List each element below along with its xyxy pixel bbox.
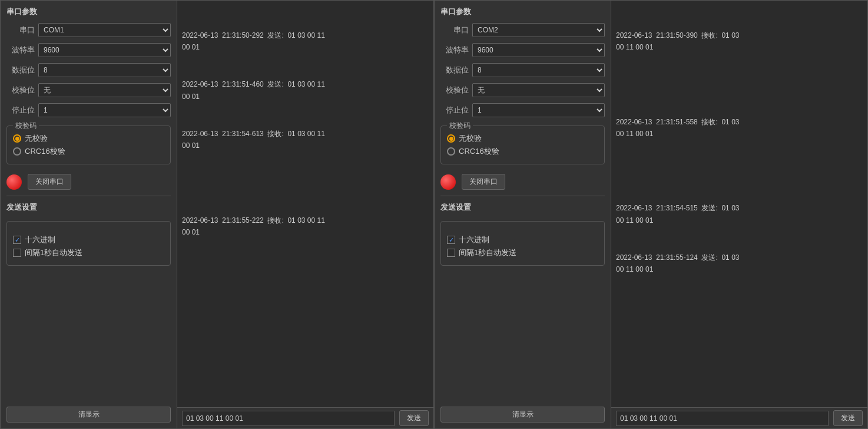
baud-select-1[interactable]: 96001920038400115200	[38, 43, 171, 57]
port-row-1: 串口 COM1COM2COM3COM4	[6, 23, 171, 37]
hex-checkbox-1[interactable]: ✓	[13, 236, 21, 244]
stopbits-label-2: 停止位	[440, 105, 469, 116]
right-col-1: 2022-06-13 21:31:50-292 发送: 01 03 00 11 …	[177, 1, 433, 428]
port-select-1[interactable]: COM1COM2COM3COM4	[38, 23, 171, 37]
auto-checkbox-2[interactable]	[447, 249, 455, 257]
clear-btn-1[interactable]: 清显示	[6, 407, 171, 423]
databits-label-2: 数据位	[440, 65, 469, 75]
radio-dot-1b	[13, 147, 21, 156]
left-col-2: 串口参数 串口 COM1COM2COM3COM4 波特率 96001920038…	[435, 1, 611, 428]
hex-label-1: 十六进制	[25, 235, 55, 245]
radio-label-2a: 无校验	[459, 133, 482, 144]
left-col-1: 串口参数 串口 COM1COM2COM3COM4 波特率 96001920038…	[1, 1, 177, 428]
log-entry-2-2: 2022-06-13 21:31:51-558 接收: 01 03 00 11 …	[616, 116, 863, 140]
log-entry-1-4: 2022-06-13 21:31:55-222 接收: 01 03 00 11 …	[182, 214, 429, 239]
send-group-2: ✓ 十六进制 间隔1秒自动发送	[440, 221, 605, 266]
panel-1: 串口参数 串口 COM1COM2COM3COM4 波特率 96001920038…	[0, 0, 434, 429]
send-settings-title-1: 发送设置	[6, 202, 171, 213]
serial-params-title-2: 串口参数	[440, 6, 605, 17]
databits-label-1: 数据位	[6, 65, 35, 75]
parity-label-1: 校验位	[6, 85, 35, 95]
databits-select-2[interactable]: 8765	[472, 63, 605, 77]
baud-label-1: 波特率	[6, 45, 35, 55]
auto-label-2: 间隔1秒自动发送	[459, 248, 516, 258]
stopbits-label-1: 停止位	[6, 105, 35, 116]
parity-select-2[interactable]: 无奇偶	[472, 83, 605, 97]
serial-params-title-1: 串口参数	[6, 6, 171, 17]
baud-row-2: 波特率 96001920038400115200	[440, 43, 605, 57]
port-row-2: 串口 COM1COM2COM3COM4	[440, 23, 605, 37]
radio-dot-1a	[13, 134, 21, 143]
send-group-1: ✓ 十六进制 间隔1秒自动发送	[6, 221, 171, 266]
hex-checkbox-2[interactable]: ✓	[447, 236, 455, 244]
close-port-btn-1[interactable]: 关闭串口	[28, 174, 71, 190]
stopbits-select-2[interactable]: 12	[472, 103, 605, 117]
databits-select-1[interactable]: 8765	[38, 63, 171, 77]
log-entry-1-1: 2022-06-13 21:31:51-460 发送: 01 03 00 11 …	[182, 78, 429, 103]
status-indicator-1[interactable]	[6, 174, 22, 190]
close-port-btn-2[interactable]: 关闭串口	[462, 174, 505, 190]
send-input-1[interactable]	[182, 411, 395, 426]
baud-select-2[interactable]: 96001920038400115200	[472, 43, 605, 57]
databits-row-1: 数据位 8765	[6, 63, 171, 77]
port-select-2[interactable]: COM1COM2COM3COM4	[472, 23, 605, 37]
radio-label-1a: 无校验	[25, 133, 48, 144]
log-entry-1-3	[182, 177, 429, 189]
log-entry-2-1	[616, 78, 863, 90]
hex-check-row-1[interactable]: ✓ 十六进制	[13, 235, 164, 245]
stopbits-row-2: 停止位 12	[440, 103, 605, 117]
databits-row-2: 数据位 8765	[440, 63, 605, 77]
clear-btn-2[interactable]: 清显示	[440, 407, 605, 423]
radio-crc-1[interactable]: CRC16校验	[13, 146, 164, 157]
send-input-2[interactable]	[616, 411, 829, 426]
radio-label-1b: CRC16校验	[25, 146, 65, 157]
radio-dot-2a	[447, 134, 455, 143]
send-btn-1[interactable]: 发送	[399, 410, 429, 426]
parity-label-2: 校验位	[440, 85, 469, 95]
log-area-1[interactable]: 2022-06-13 21:31:50-292 发送: 01 03 00 11 …	[177, 1, 433, 407]
serial-control-1: 关闭串口	[6, 174, 171, 190]
port-label-2: 串口	[440, 25, 469, 35]
log-entry-1-2: 2022-06-13 21:31:54-613 接收: 01 03 00 11 …	[182, 128, 429, 152]
parity-select-1[interactable]: 无奇偶	[38, 83, 171, 97]
log-area-2[interactable]: 2022-06-13 21:31:50-390 接收: 01 03 00 11 …	[611, 1, 867, 407]
auto-checkbox-1[interactable]	[13, 249, 21, 257]
panel-2: 串口参数 串口 COM1COM2COM3COM4 波特率 96001920038…	[434, 0, 868, 429]
auto-check-row-1[interactable]: 间隔1秒自动发送	[13, 248, 164, 258]
parity-row-2: 校验位 无奇偶	[440, 83, 605, 97]
right-col-2: 2022-06-13 21:31:50-390 接收: 01 03 00 11 …	[611, 1, 867, 428]
log-entry-2-0: 2022-06-13 21:31:50-390 接收: 01 03 00 11 …	[616, 29, 863, 54]
send-settings-title-2: 发送设置	[440, 202, 605, 213]
radio-no-check-2[interactable]: 无校验	[447, 133, 598, 144]
checkcode-group-1: 校验码 无校验 CRC16校验	[6, 126, 171, 164]
send-bar-1: 发送	[177, 407, 433, 428]
auto-label-1: 间隔1秒自动发送	[25, 248, 82, 258]
log-entry-1-0: 2022-06-13 21:31:50-292 发送: 01 03 00 11 …	[182, 29, 429, 54]
auto-check-row-2[interactable]: 间隔1秒自动发送	[447, 248, 598, 258]
log-entry-2-4: 2022-06-13 21:31:54-515 发送: 01 03 00 11 …	[616, 202, 863, 226]
stopbits-row-1: 停止位 12	[6, 103, 171, 117]
stopbits-select-1[interactable]: 12	[38, 103, 171, 117]
parity-row-1: 校验位 无奇偶	[6, 83, 171, 97]
baud-row-1: 波特率 96001920038400115200	[6, 43, 171, 57]
port-label-1: 串口	[6, 25, 35, 35]
radio-label-2b: CRC16校验	[459, 146, 499, 157]
serial-control-2: 关闭串口	[440, 174, 605, 190]
radio-crc-2[interactable]: CRC16校验	[447, 146, 598, 157]
checkcode-title-1: 校验码	[13, 121, 39, 131]
send-btn-2[interactable]: 发送	[833, 410, 863, 426]
hex-check-row-2[interactable]: ✓ 十六进制	[447, 235, 598, 245]
baud-label-2: 波特率	[440, 45, 469, 55]
log-entry-2-5: 2022-06-13 21:31:55-124 发送: 01 03 00 11 …	[616, 252, 863, 276]
radio-no-check-1[interactable]: 无校验	[13, 133, 164, 144]
hex-label-2: 十六进制	[459, 235, 489, 245]
radio-dot-2b	[447, 147, 455, 156]
send-bar-2: 发送	[611, 407, 867, 428]
log-entry-2-3	[616, 165, 863, 177]
status-indicator-2[interactable]	[440, 174, 456, 190]
checkcode-title-2: 校验码	[447, 121, 473, 131]
checkcode-group-2: 校验码 无校验 CRC16校验	[440, 126, 605, 164]
